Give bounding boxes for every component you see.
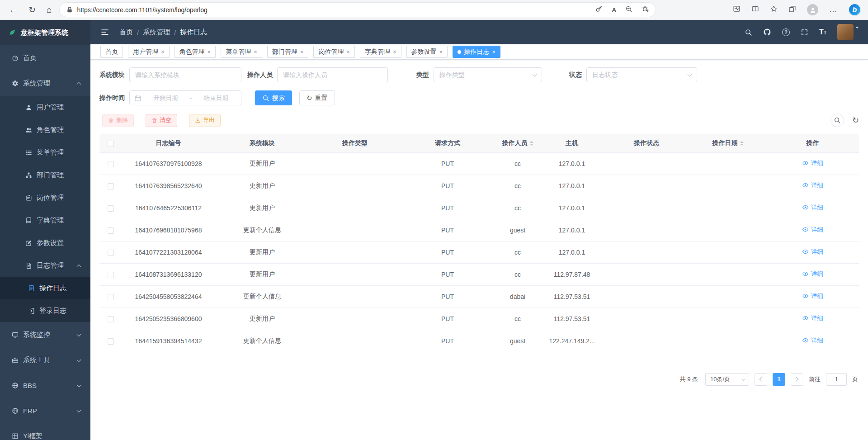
row-checkbox[interactable] (108, 161, 114, 167)
detail-link[interactable]: 详细 (802, 270, 823, 278)
row-checkbox[interactable] (108, 272, 114, 278)
browser-menu-button[interactable]: … (829, 5, 838, 14)
sidebar-item-system-tools[interactable]: 系统工具 (0, 347, 90, 373)
sidebar-item-bbs[interactable]: BBS (0, 373, 90, 398)
detail-link[interactable]: 详细 (802, 248, 823, 256)
export-button[interactable]: 导出 (189, 114, 221, 127)
split-screen-button[interactable] (751, 5, 759, 14)
detail-link[interactable]: 详细 (802, 336, 823, 345)
show-search-toggle-button[interactable] (830, 114, 844, 127)
type-select[interactable]: 操作类型 (434, 67, 542, 82)
breadcrumb-system-mgmt[interactable]: 系统管理 (143, 28, 170, 37)
sidebar-item-user-mgmt[interactable]: 用户管理 (0, 96, 90, 118)
row-checkbox[interactable] (108, 250, 114, 256)
clear-button[interactable]: 清空 (146, 114, 177, 127)
tab-dict-mgmt[interactable]: 字典管理× (360, 46, 401, 58)
back-button[interactable]: ← (9, 5, 18, 15)
font-size-button[interactable]: TT (819, 28, 826, 36)
browser-profile-button[interactable] (807, 4, 818, 15)
sort-carets-icon[interactable] (530, 139, 533, 147)
detail-link[interactable]: 详细 (802, 226, 823, 234)
detail-link[interactable]: 详细 (802, 203, 823, 212)
tab-menu-mgmt[interactable]: 菜单管理× (221, 46, 262, 58)
close-icon[interactable]: × (300, 49, 304, 55)
reload-button[interactable]: ↻ (28, 5, 36, 15)
breadcrumb-home[interactable]: 首页 (119, 28, 133, 37)
tab-dept-mgmt[interactable]: 部门管理× (267, 46, 309, 58)
close-icon[interactable]: × (208, 49, 211, 55)
sidebar-item-param-settings[interactable]: 参数设置 (0, 232, 90, 254)
cell-operator: dabai (495, 285, 540, 308)
close-icon[interactable]: × (439, 49, 443, 55)
user-avatar[interactable] (837, 24, 854, 40)
delete-button[interactable]: 删除 (102, 114, 134, 127)
help-button[interactable]: ? (782, 28, 790, 36)
detail-link[interactable]: 详细 (802, 159, 823, 167)
page-size-select[interactable]: 10条/页 (705, 373, 749, 386)
close-icon[interactable]: × (346, 49, 350, 55)
prev-page-button[interactable] (755, 373, 767, 386)
row-checkbox[interactable] (108, 294, 114, 300)
table-refresh-button[interactable]: ↻ (852, 115, 859, 125)
sidebar-item-role-mgmt[interactable]: 角色管理 (0, 118, 90, 141)
sidebar-item-login-log[interactable]: 登录日志 (0, 299, 90, 322)
goto-page-input[interactable] (826, 373, 847, 386)
sidebar-item-dept-mgmt[interactable]: 部门管理 (0, 164, 90, 186)
sidebar-item-operation-log[interactable]: 操作日志 (0, 277, 90, 299)
search-button[interactable]: 搜索 (255, 90, 292, 105)
sidebar-item-system-mgmt[interactable]: 系统管理 (0, 71, 90, 96)
sort-carets-icon[interactable] (740, 139, 744, 147)
home-button[interactable]: ⌂ (47, 5, 52, 15)
sidebar-item-post-mgmt[interactable]: 岗位管理 (0, 186, 90, 209)
saved-passwords-button[interactable] (595, 5, 603, 14)
next-page-button[interactable] (791, 373, 803, 386)
header-search-button[interactable] (745, 28, 752, 36)
cell-log-id: 1641076398565232640 (122, 175, 215, 197)
current-page-button[interactable]: 1 (773, 373, 785, 386)
bing-chat-button[interactable]: b (849, 4, 861, 16)
sidebar-toggle-button[interactable] (100, 28, 109, 37)
close-icon[interactable]: × (492, 49, 495, 55)
detail-link[interactable]: 详细 (802, 292, 823, 300)
date-range-picker[interactable]: 开始日期 - 结束日期 (129, 90, 241, 105)
select-all-checkbox[interactable] (108, 141, 114, 147)
status-select[interactable]: 日志状态 (586, 67, 697, 82)
col-operator-sortable[interactable]: 操作人员 (495, 134, 540, 152)
fullscreen-button[interactable] (801, 28, 808, 36)
sidebar-item-yi-frame[interactable]: Yi框架 (0, 423, 90, 440)
read-aloud-button[interactable]: A (612, 6, 616, 14)
tab-user-mgmt[interactable]: 用户管理× (128, 46, 170, 58)
close-icon[interactable]: × (393, 49, 396, 55)
browser-essentials-button[interactable] (733, 5, 741, 14)
row-checkbox[interactable] (108, 227, 114, 234)
detail-link[interactable]: 详细 (802, 181, 823, 189)
github-button[interactable] (763, 28, 771, 36)
sidebar-item-system-monitor[interactable]: 系统监控 (0, 322, 90, 347)
tab-param-settings[interactable]: 参数设置× (406, 46, 448, 58)
col-date-sortable[interactable]: 操作日期 (689, 134, 766, 152)
sidebar-item-log-mgmt[interactable]: 日志管理 (0, 254, 90, 277)
close-icon[interactable]: × (161, 49, 165, 55)
row-checkbox[interactable] (108, 316, 114, 322)
row-checkbox[interactable] (108, 338, 114, 345)
module-input[interactable] (129, 67, 241, 82)
sidebar-item-erp[interactable]: ERP (0, 398, 90, 423)
sidebar-item-dict-mgmt[interactable]: 字典管理 (0, 209, 90, 232)
sidebar-item-menu-mgmt[interactable]: 菜单管理 (0, 141, 90, 164)
row-checkbox[interactable] (108, 205, 114, 212)
row-checkbox[interactable] (108, 183, 114, 189)
reset-button[interactable]: ↻ 重置 (299, 90, 335, 105)
detail-link[interactable]: 详细 (802, 314, 823, 322)
add-favorite-button[interactable] (642, 5, 649, 14)
tab-post-mgmt[interactable]: 岗位管理× (313, 46, 355, 58)
sidebar-item-home[interactable]: 首页 (0, 45, 90, 71)
url-bar[interactable]: https://ccnetcore.com:1101/system/log/op… (60, 3, 656, 17)
tab-home[interactable]: 首页 (100, 46, 123, 58)
collections-button[interactable] (788, 5, 796, 14)
zoom-out-button[interactable] (625, 5, 632, 14)
tab-operation-log[interactable]: 操作日志× (453, 46, 500, 58)
operator-input[interactable] (277, 67, 388, 82)
close-icon[interactable]: × (254, 49, 257, 55)
tab-role-mgmt[interactable]: 角色管理× (175, 46, 216, 58)
favorites-button[interactable] (770, 5, 778, 14)
